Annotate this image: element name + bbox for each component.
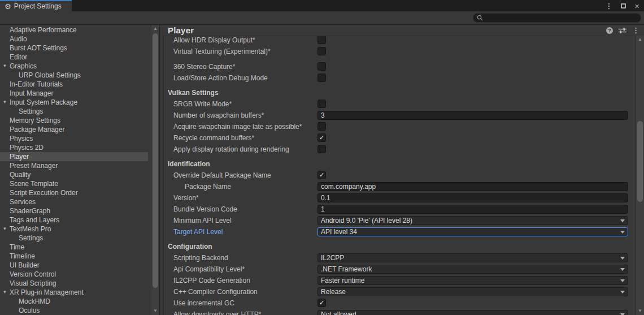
presets-icon[interactable] xyxy=(619,27,626,34)
setting-row-api-compatibility-level: Api Compatibility Level*.NET Framework xyxy=(164,264,635,275)
setting-row-scripting-backend: Scripting BackendIL2CPP xyxy=(164,252,635,264)
close-icon[interactable]: × xyxy=(634,2,639,10)
sidebar-item-oculus[interactable]: Oculus xyxy=(0,306,148,315)
il2cpp-code-generation-dropdown[interactable]: Faster runtime xyxy=(317,276,628,285)
allow-downloads-over-http-dropdown[interactable]: Not allowed xyxy=(317,310,628,315)
window-menu-icon[interactable]: ⋮ xyxy=(605,2,612,10)
checkbox-box[interactable] xyxy=(317,145,326,153)
setting-label: Target API Level xyxy=(173,228,223,236)
foldout-icon[interactable]: ▼ xyxy=(1,288,8,297)
allow-hdr-display-output-checkbox[interactable] xyxy=(317,36,326,44)
chevron-down-icon xyxy=(620,219,625,222)
sidebar-item-in-editor-tutorials[interactable]: In-Editor Tutorials xyxy=(0,80,148,89)
sidebar-item-settings[interactable]: Settings xyxy=(0,107,148,116)
srgb-write-mode-checkbox[interactable] xyxy=(317,100,326,108)
setting-label: Scripting Backend xyxy=(173,254,228,262)
bundle-version-code-field[interactable]: 1 xyxy=(317,205,628,214)
recycle-command-buffers-checkbox[interactable]: ✓ xyxy=(317,133,326,142)
sidebar-item-services[interactable]: Services xyxy=(0,197,148,206)
target-api-level-dropdown[interactable]: API level 34 xyxy=(317,227,628,236)
sidebar-item-ui-builder[interactable]: UI Builder xyxy=(0,261,148,270)
checkbox-box[interactable]: ✓ xyxy=(317,133,326,142)
help-icon[interactable]: ? xyxy=(606,27,613,34)
scripting-backend-dropdown[interactable]: IL2CPP xyxy=(317,253,628,262)
checkbox-box[interactable] xyxy=(317,62,326,71)
360-stereo-capture-checkbox[interactable] xyxy=(317,62,326,71)
sidebar-scrollbar-thumb[interactable] xyxy=(153,33,158,288)
sidebar-item-textmesh-pro[interactable]: ▼TextMesh Pro xyxy=(0,225,148,234)
sidebar-item-label: Preset Manager xyxy=(10,162,58,170)
checkbox-box[interactable] xyxy=(317,47,326,55)
sidebar-item-script-execution-order[interactable]: Script Execution Order xyxy=(0,188,148,197)
load-store-action-debug-mode-checkbox[interactable] xyxy=(317,74,326,82)
scroll-up-icon[interactable]: ▲ xyxy=(636,36,644,43)
override-default-package-name-checkbox[interactable]: ✓ xyxy=(317,171,326,179)
scroll-down-icon[interactable]: ▼ xyxy=(151,308,159,314)
sidebar-item-label: Timeline xyxy=(10,252,35,260)
sidebar-item-label: Settings xyxy=(19,234,43,242)
sidebar-item-scene-template[interactable]: Scene Template xyxy=(0,179,148,188)
scroll-up-icon[interactable]: ▲ xyxy=(151,25,159,32)
sidebar-item-quality[interactable]: Quality xyxy=(0,170,148,179)
foldout-icon[interactable]: ▼ xyxy=(1,62,8,71)
sidebar-item-adaptive-performance[interactable]: Adaptive Performance xyxy=(0,25,148,34)
sidebar-item-xr-plug-in-management[interactable]: ▼XR Plug-in Management xyxy=(0,288,148,297)
main-scrollbar-thumb[interactable] xyxy=(637,121,643,202)
sidebar-item-mockhmd[interactable]: MockHMD xyxy=(0,297,148,306)
panel-menu-icon[interactable]: ⋮ xyxy=(632,27,639,34)
sidebar-item-time[interactable]: Time xyxy=(0,243,148,252)
sidebar-item-input-system-package[interactable]: ▼Input System Package xyxy=(0,98,148,107)
sidebar-item-player[interactable]: Player xyxy=(0,152,148,161)
api-compatibility-level-dropdown[interactable]: .NET Framework xyxy=(317,265,628,274)
c-compiler-configuration-dropdown[interactable]: Release xyxy=(317,287,628,296)
sidebar-item-label: Editor xyxy=(10,53,27,61)
checkbox-box[interactable] xyxy=(317,100,326,108)
sidebar-scrollbar[interactable]: ▲ ▼ xyxy=(151,25,159,315)
setting-row-override-default-package-name: Override Default Package Name✓ xyxy=(164,170,635,181)
checkbox-box[interactable] xyxy=(317,122,326,131)
use-incremental-gc-checkbox[interactable]: ✓ xyxy=(317,299,326,307)
checkbox-box[interactable]: ✓ xyxy=(317,299,326,307)
setting-label: Override Default Package Name xyxy=(173,171,271,179)
sidebar-item-preset-manager[interactable]: Preset Manager xyxy=(0,161,148,170)
checkbox-box[interactable]: ✓ xyxy=(317,171,326,179)
sidebar-item-shadergraph[interactable]: ShaderGraph xyxy=(0,206,148,215)
sidebar-item-graphics[interactable]: ▼Graphics xyxy=(0,62,148,71)
search-input[interactable] xyxy=(473,13,641,23)
dropdown-value: .NET Framework xyxy=(321,265,372,273)
package-name-field[interactable]: com.company.app xyxy=(317,182,628,191)
sidebar-item-physics-2d[interactable]: Physics 2D xyxy=(0,143,148,152)
foldout-icon[interactable]: ▼ xyxy=(1,225,8,234)
maximize-icon[interactable] xyxy=(621,3,626,8)
sidebar-item-label: ShaderGraph xyxy=(10,207,50,215)
sidebar-item-tags-and-layers[interactable]: Tags and Layers xyxy=(0,215,148,225)
sidebar-item-urp-global-settings[interactable]: URP Global Settings xyxy=(0,71,148,80)
dropdown-value: IL2CPP xyxy=(321,254,344,262)
minimum-api-level-dropdown[interactable]: Android 9.0 'Pie' (API level 28) xyxy=(317,216,628,225)
sidebar-item-package-manager[interactable]: Package Manager xyxy=(0,125,148,134)
sidebar-item-input-manager[interactable]: Input Manager xyxy=(0,89,148,98)
setting-row-virtual-texturing-experimental: Virtual Texturing (Experimental)* xyxy=(164,46,635,57)
tab-project-settings[interactable]: ⚙ Project Settings xyxy=(0,0,72,11)
apply-display-rotation-during-rendering-checkbox[interactable] xyxy=(317,145,326,153)
sidebar-item-settings[interactable]: Settings xyxy=(0,234,148,243)
sidebar-item-physics[interactable]: Physics xyxy=(0,134,148,143)
checkbox-box[interactable] xyxy=(317,74,326,82)
foldout-icon[interactable]: ▼ xyxy=(1,98,8,107)
sidebar-item-memory-settings[interactable]: Memory Settings xyxy=(0,116,148,125)
checkbox-box[interactable] xyxy=(317,36,326,44)
version-field[interactable]: 0.1 xyxy=(317,193,628,202)
virtual-texturing-experimental-checkbox[interactable] xyxy=(317,47,326,55)
sidebar-item-editor[interactable]: Editor xyxy=(0,53,148,62)
sidebar-item-visual-scripting[interactable]: Visual Scripting xyxy=(0,279,148,288)
number-of-swapchain-buffers-field[interactable]: 3 xyxy=(317,111,628,120)
scroll-down-icon[interactable]: ▼ xyxy=(636,308,644,314)
setting-row-number-of-swapchain-buffers: Number of swapchain buffers*3 xyxy=(164,110,635,121)
sidebar-item-audio[interactable]: Audio xyxy=(0,34,148,44)
acquire-swapchain-image-late-as-possible-checkbox[interactable] xyxy=(317,122,326,131)
main-scrollbar[interactable]: ▲ ▼ xyxy=(636,36,644,315)
sidebar-item-label: Settings xyxy=(19,107,43,115)
sidebar-item-version-control[interactable]: Version Control xyxy=(0,270,148,279)
sidebar-item-burst-aot-settings[interactable]: Burst AOT Settings xyxy=(0,44,148,53)
sidebar-item-timeline[interactable]: Timeline xyxy=(0,252,148,261)
